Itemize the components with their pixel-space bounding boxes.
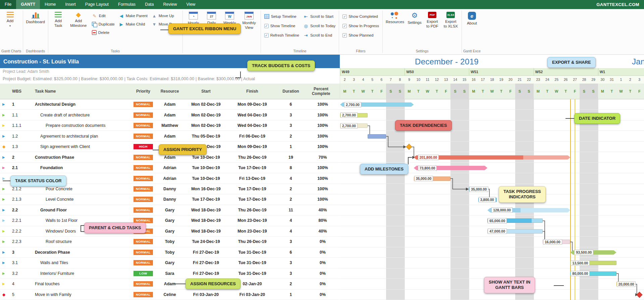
show-in-progress-checkbox[interactable]: ✓ Show In Progress <box>342 22 379 29</box>
refresh-timeline-checkbox[interactable]: ✓ Refresh Timeline <box>264 32 299 39</box>
cell-start[interactable]: Mon 02-Dec-19 <box>183 99 229 109</box>
cell-priority[interactable]: NORMAL <box>130 247 156 257</box>
cell-percent-complete[interactable]: 100% <box>306 173 339 183</box>
add-chart-button[interactable]: Add ▾ <box>1 10 19 28</box>
cell-duration[interactable]: 4 <box>276 173 306 183</box>
cell-wbs[interactable]: 2.1 <box>10 163 32 173</box>
cell-duration[interactable]: 8 <box>276 163 306 173</box>
cell-start[interactable]: Thu 05-Dec-19 <box>183 131 229 141</box>
cell-percent-complete[interactable]: 0% <box>306 237 339 247</box>
cell-duration[interactable]: 2 <box>276 131 306 141</box>
cell-wbs[interactable]: 2 <box>10 152 32 162</box>
monthly-view-button[interactable]: JAN Monthly View <box>239 10 259 31</box>
dashboard-button[interactable]: Dashboard <box>24 10 47 25</box>
cell-duration[interactable]: 6 <box>276 247 306 257</box>
cell-start[interactable]: Fri 27-Dec-19 <box>183 258 229 268</box>
scroll-to-end-button[interactable]: ⇥ Scroll to End <box>303 32 335 39</box>
cell-priority[interactable]: NORMAL <box>130 194 156 204</box>
cell-start[interactable]: Fri 03-Jan-20 <box>183 290 229 300</box>
cell-resource[interactable]: Gary <box>156 215 183 226</box>
cell-finish[interactable]: Mon 09-Dec-19 <box>229 99 276 109</box>
cell-duration[interactable]: 1 <box>276 142 306 152</box>
cell-wbs[interactable]: 3.1 <box>10 258 32 268</box>
cell-percent-complete[interactable]: 0% <box>306 279 339 289</box>
cell-wbs[interactable]: 3.2 <box>10 268 32 279</box>
cell-percent-complete[interactable]: 100% <box>306 184 339 194</box>
cell-percent-complete[interactable]: 100% <box>306 110 339 120</box>
cell-resource[interactable]: Celine <box>156 290 183 300</box>
cell-wbs[interactable]: 2.2.1 <box>10 215 32 226</box>
cell-duration[interactable]: 3 <box>276 120 306 131</box>
edit-button[interactable]: ✎ Edit <box>92 12 115 19</box>
cell-resource[interactable]: Gary <box>156 205 183 215</box>
cell-finish[interactable]: Mon 23-Dec-19 <box>229 215 276 226</box>
cell-start[interactable]: Wed 18-Dec-19 <box>183 215 229 226</box>
cell-task-name[interactable]: Create draft of architecture <box>34 110 129 120</box>
cell-finish[interactable]: Tue 17-Dec-19 <box>229 194 276 204</box>
cell-resource[interactable]: Gary <box>156 258 183 268</box>
cell-duration[interactable]: 3 <box>276 110 306 120</box>
cell-task-name[interactable]: Foundation <box>34 163 129 173</box>
cell-wbs[interactable]: 1 <box>10 99 32 109</box>
cell-start[interactable]: Fri 27-Dec-19 <box>183 268 229 279</box>
cell-task-name[interactable]: Roof structure <box>34 237 129 247</box>
cell-duration[interactable]: 3 <box>276 237 306 247</box>
cell-resource[interactable]: Danny <box>156 184 183 194</box>
duplicate-button[interactable]: Duplicate <box>92 21 115 28</box>
cell-resource[interactable]: Adrian <box>156 163 183 173</box>
cell-priority[interactable]: NORMAL <box>130 279 156 289</box>
add-task-button[interactable]: Add Task <box>50 10 67 29</box>
cell-priority[interactable]: NORMAL <box>130 110 156 120</box>
cell-duration[interactable]: 19 <box>276 152 306 162</box>
cell-priority[interactable]: NORMAL <box>130 131 156 141</box>
cell-percent-complete[interactable]: 0% <box>306 247 339 257</box>
move-up-button[interactable]: ▲ Move Up <box>152 12 179 19</box>
cell-task-name[interactable]: Final touches <box>34 279 129 289</box>
cell-percent-complete[interactable]: 100% <box>306 131 339 141</box>
menu-tab-file[interactable]: File <box>0 0 16 9</box>
add-milestone-button[interactable]: ◆ Add Milestone <box>67 10 90 29</box>
cell-duration[interactable]: 4 <box>276 215 306 226</box>
cell-resource[interactable]: Danny <box>156 194 183 204</box>
menu-tab-data[interactable]: Data <box>140 0 158 9</box>
cell-priority[interactable]: NORMAL <box>130 99 156 109</box>
cell-task-name[interactable]: Agreement to architectural plan <box>34 131 129 141</box>
cell-start[interactable]: Tue 24-Dec-19 <box>183 237 229 247</box>
cell-wbs[interactable]: 3 <box>10 247 32 257</box>
cell-duration[interactable]: 4 <box>276 226 306 236</box>
cell-finish[interactable]: Fri 03-Jan-20 <box>229 290 276 300</box>
cell-finish[interactable]: Thu 26-Dec-19 <box>229 205 276 215</box>
cell-start[interactable]: Wed 18-Dec-19 <box>183 205 229 215</box>
menu-tab-view[interactable]: View <box>182 0 200 9</box>
cell-duration[interactable]: 2 <box>276 279 306 289</box>
cell-wbs[interactable]: 5 <box>10 290 32 300</box>
scroll-to-today-button[interactable]: ◎ Scroll to Today <box>303 22 335 29</box>
cell-percent-complete[interactable]: 40% <box>306 226 339 236</box>
cell-percent-complete[interactable]: 80% <box>306 215 339 226</box>
cell-resource[interactable]: Toby <box>156 237 183 247</box>
cell-start[interactable]: Tue 17-Dec-19 <box>183 194 229 204</box>
about-button[interactable]: e About <box>463 10 481 27</box>
cell-percent-complete[interactable]: 70% <box>306 152 339 162</box>
cell-start[interactable]: Mon 02-Dec-19 <box>183 110 229 120</box>
cell-task-name[interactable]: Ground Floor <box>34 205 129 215</box>
cell-percent-complete[interactable]: 0% <box>306 268 339 279</box>
make-child-button[interactable]: ▶ Make Child <box>119 21 148 28</box>
cell-resource[interactable]: Sara <box>156 268 183 279</box>
cell-resource[interactable]: Matthew <box>156 120 183 131</box>
cell-start[interactable]: Tue 10-Dec-19 <box>183 173 229 183</box>
delete-button[interactable]: Delete <box>92 29 115 36</box>
cell-task-name[interactable]: Architectural Design <box>34 99 129 109</box>
cell-finish[interactable]: Tue 31-Dec-19 <box>229 258 276 268</box>
cell-percent-complete[interactable]: 100% <box>306 194 339 204</box>
cell-task-name[interactable]: Sign agreement with Client <box>34 142 129 152</box>
settings-button[interactable]: ⚙ Settings <box>406 10 423 26</box>
cell-start[interactable]: Mon 16-Dec-19 <box>183 184 229 194</box>
show-completed-checkbox[interactable]: ✓ Show Completed <box>342 13 379 20</box>
cell-resource[interactable]: Gary <box>156 226 183 236</box>
cell-percent-complete[interactable]: 0% <box>306 290 339 300</box>
show-planned-checkbox[interactable]: ✓ Show Planned <box>342 32 379 39</box>
cell-task-name[interactable]: Construction Phase <box>34 152 129 162</box>
cell-priority[interactable]: NORMAL <box>130 120 156 131</box>
cell-duration[interactable]: 6 <box>276 99 306 109</box>
